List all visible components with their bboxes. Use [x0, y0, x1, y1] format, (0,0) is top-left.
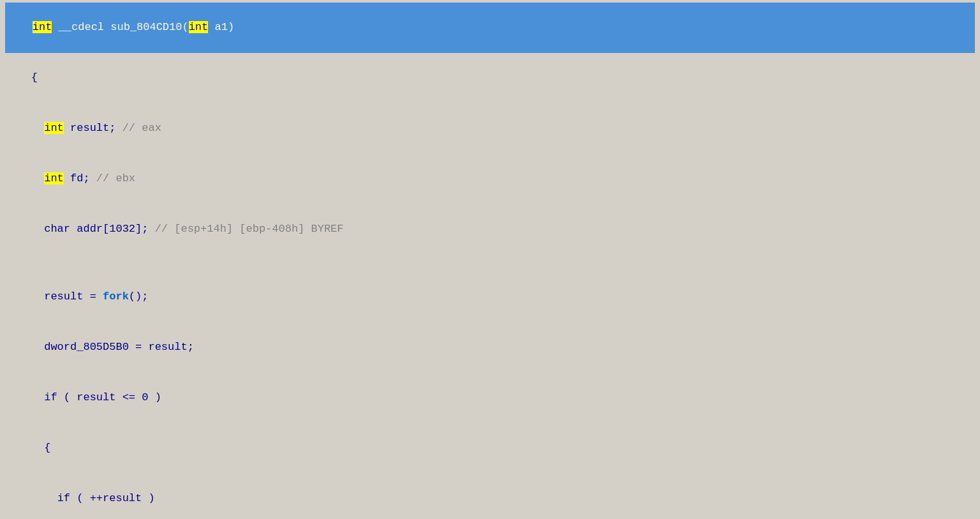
code-viewer: int __cdecl sub_804CD10(int a1) { int re… [0, 0, 980, 519]
code-text: ( ++ [70, 492, 103, 504]
code-text: (); [129, 290, 149, 303]
comment-eax: // eax [122, 122, 161, 134]
var-result3: result [77, 391, 115, 403]
code-line-1[interactable]: int __cdecl sub_804CD10(int a1) [5, 3, 975, 53]
code-text: addr[1032]; [70, 223, 155, 235]
comment-ebx: // ebx [96, 172, 135, 184]
brace-open: { [31, 71, 38, 84]
code-line-2: { [5, 53, 975, 103]
var-result: result [44, 290, 83, 303]
indent [31, 442, 44, 454]
code-text: = [129, 341, 149, 353]
code-text: result; [64, 122, 122, 134]
code-line-4: int fd; // ebx [5, 154, 975, 204]
kw-int-result: int [44, 122, 64, 134]
code-text: ( [57, 391, 77, 403]
indent [31, 122, 44, 134]
code-line-3: int result; // eax [5, 103, 975, 154]
indent [31, 223, 44, 235]
code-line-5: char addr[1032]; // [esp+14h] [ebp-408h]… [5, 204, 975, 255]
code-line-10: { [5, 423, 975, 474]
indent [31, 341, 44, 353]
var-result2: result [148, 341, 187, 353]
code-text: a1) [208, 21, 234, 33]
kw-if2: if [57, 492, 70, 504]
comment-addr: // [esp+14h] [ebp-408h] BYREF [155, 223, 344, 235]
indent [31, 492, 57, 504]
keyword-int-1: int [33, 21, 52, 33]
func-fork: fork [103, 290, 129, 303]
brace: { [44, 442, 50, 454]
code-text: <= 0 ) [115, 391, 161, 403]
code-line-11: if ( ++result ) [5, 474, 975, 519]
code-line-8: dword_805D5B0 = result; [5, 322, 975, 373]
code-text: ) [142, 492, 154, 504]
keyword-int-2: int [189, 21, 209, 33]
code-text: ; [188, 341, 194, 353]
kw-int-fd: int [44, 172, 64, 184]
indent [31, 391, 44, 403]
indent [31, 172, 44, 184]
kw-char: char [44, 223, 70, 235]
code-line-9: if ( result <= 0 ) [5, 373, 975, 423]
code-text: __cdecl sub_804CD10( [52, 21, 188, 33]
code-line-6 [5, 255, 975, 271]
kw-if: if [44, 391, 57, 403]
indent [31, 290, 44, 303]
code-line-7: result = fork(); [5, 272, 975, 322]
var-dword: dword_805D5B0 [44, 341, 129, 353]
code-text: fd; [64, 172, 96, 184]
code-text: = [83, 290, 103, 303]
var-result4: result [103, 492, 142, 504]
